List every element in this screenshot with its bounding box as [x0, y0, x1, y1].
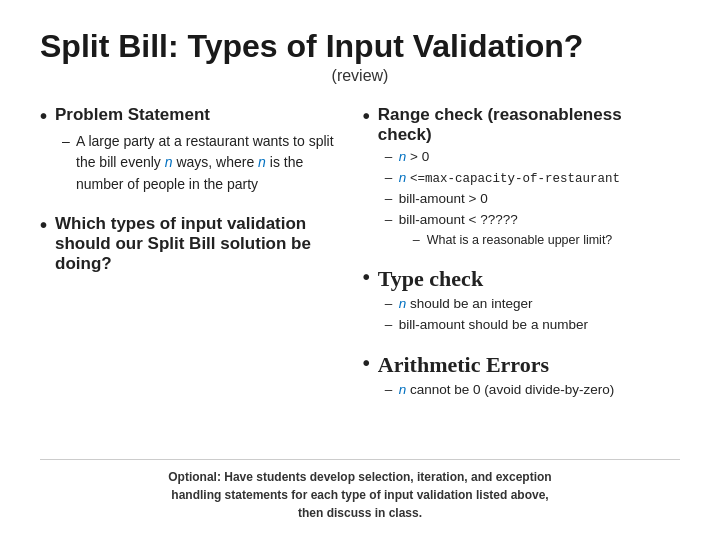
problem-statement-item: • Problem Statement A large party at a r…	[40, 105, 343, 196]
left-column: • Problem Statement A large party at a r…	[40, 101, 343, 451]
type-item-2: bill-amount should be a number	[385, 315, 680, 336]
problem-statement-bullet: • Problem Statement	[40, 105, 343, 127]
right-column: • Range check (reasonableness check) n >…	[363, 101, 680, 451]
n-range-1: n	[399, 149, 407, 164]
type-check-section: • Type check n should be an integer bill…	[363, 266, 680, 336]
range-item-4: bill-amount < ????? What is a reasonable…	[385, 210, 680, 250]
range-item-2: n <=max-capacity-of-restaurant	[385, 168, 680, 189]
arithmetic-sub: n cannot be 0 (avoid divide-by-zero)	[385, 380, 680, 401]
arithmetic-label: Arithmetic Errors	[378, 352, 549, 378]
range-check-bullet: • Range check (reasonableness check)	[363, 105, 680, 145]
range-check-section: • Range check (reasonableness check) n >…	[363, 105, 680, 251]
range-sub-note: What is a reasonable upper limit?	[413, 231, 680, 250]
problem-sub-item: A large party at a restaurant wants to s…	[62, 131, 343, 196]
bullet-dot-type: •	[363, 266, 370, 288]
n-type-1: n	[399, 296, 407, 311]
which-types-bullet: • Which types of input validation should…	[40, 214, 343, 274]
content-columns: • Problem Statement A large party at a r…	[40, 101, 680, 451]
which-types-item: • Which types of input validation should…	[40, 214, 343, 274]
bullet-dot-range: •	[363, 105, 370, 127]
n-arith-1: n	[399, 382, 407, 397]
bullet-dot-arith: •	[363, 352, 370, 374]
n-highlight-1: n	[165, 154, 173, 170]
range-check-sub: n > 0 n <=max-capacity-of-restaurant bil…	[385, 147, 680, 251]
n-highlight-2: n	[258, 154, 266, 170]
range-check-label: Range check (reasonableness check)	[378, 105, 680, 145]
range-item-1: n > 0	[385, 147, 680, 168]
arithmetic-section: • Arithmetic Errors n cannot be 0 (avoid…	[363, 352, 680, 401]
type-check-sub: n should be an integer bill-amount shoul…	[385, 294, 680, 336]
bullet-dot-2: •	[40, 214, 47, 236]
arithmetic-bullet: • Arithmetic Errors	[363, 352, 680, 378]
type-check-bullet: • Type check	[363, 266, 680, 292]
type-check-label: Type check	[378, 266, 483, 292]
slide-title: Split Bill: Types of Input Validation?	[40, 28, 680, 65]
n-range-2: n	[399, 170, 407, 185]
slide: Split Bill: Types of Input Validation? (…	[0, 0, 720, 540]
footer-text: Optional: Have students develop selectio…	[40, 459, 680, 522]
which-types-label: Which types of input validation should o…	[55, 214, 343, 274]
problem-statement-label: Problem Statement	[55, 105, 210, 125]
range-item-3: bill-amount > 0	[385, 189, 680, 210]
problem-statement-sub: A large party at a restaurant wants to s…	[62, 131, 343, 196]
arith-item-1: n cannot be 0 (avoid divide-by-zero)	[385, 380, 680, 401]
slide-subtitle: (review)	[40, 67, 680, 85]
bullet-dot-1: •	[40, 105, 47, 127]
type-item-1: n should be an integer	[385, 294, 680, 315]
